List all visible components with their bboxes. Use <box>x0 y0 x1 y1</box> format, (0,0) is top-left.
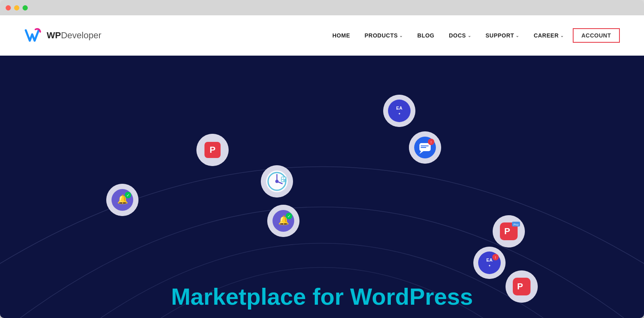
plugin-icon-notifyme-left: 🔔 ✓ <box>106 184 138 216</box>
svg-text:✦: ✦ <box>398 112 401 116</box>
svg-rect-20 <box>284 177 285 179</box>
svg-text:!: ! <box>495 256 496 260</box>
nav-account[interactable]: ACCOUNT <box>573 28 620 43</box>
chevron-down-icon: ⌄ <box>516 33 519 38</box>
headline-plain: Marketplace for <box>171 283 350 310</box>
svg-text:EA: EA <box>486 258 492 262</box>
nav-support[interactable]: SUPPORT ⌄ <box>480 29 525 42</box>
logo-icon <box>24 26 43 45</box>
navbar: WPDeveloper HOME PRODUCTS ⌄ BLOG DOCS ⌄ … <box>0 15 644 56</box>
plugin-icon-chat: ! <box>409 131 441 164</box>
svg-text:!: ! <box>431 140 432 144</box>
minimize-button[interactable] <box>14 5 19 10</box>
svg-rect-18 <box>281 177 287 182</box>
svg-text:P: P <box>517 281 523 291</box>
logo[interactable]: WPDeveloper <box>24 26 101 45</box>
headline-colored: WordPress <box>350 283 473 310</box>
svg-text:EA: EA <box>396 106 402 110</box>
svg-text:✓: ✓ <box>287 214 291 218</box>
svg-rect-25 <box>421 145 429 146</box>
nav-home[interactable]: HOME <box>327 29 356 42</box>
plugin-icon-ppress: P <box>196 134 229 166</box>
chevron-down-icon: ⌄ <box>468 33 471 38</box>
maximize-button[interactable] <box>23 5 28 10</box>
title-bar <box>0 0 644 15</box>
svg-text:✓: ✓ <box>126 193 130 197</box>
chevron-down-icon: ⌄ <box>399 33 403 38</box>
plugin-icon-ppress-pro: P Pro <box>493 215 525 247</box>
svg-rect-21 <box>282 180 283 181</box>
plugin-icon-scheduler <box>261 165 293 197</box>
close-button[interactable] <box>6 5 11 10</box>
nav-career[interactable]: CAREER ⌄ <box>528 29 570 42</box>
plugin-icon-ea-top: EA ✦ <box>383 95 415 127</box>
chevron-down-icon: ⌄ <box>560 33 564 38</box>
nav-products[interactable]: PRODUCTS ⌄ <box>359 29 409 42</box>
svg-text:✦: ✦ <box>488 264 491 268</box>
window: WPDeveloper HOME PRODUCTS ⌄ BLOG DOCS ⌄ … <box>0 0 644 318</box>
svg-rect-19 <box>282 177 283 179</box>
nav-links: HOME PRODUCTS ⌄ BLOG DOCS ⌄ SUPPORT ⌄ CA… <box>327 28 620 43</box>
nav-blog[interactable]: BLOG <box>412 29 440 42</box>
hero-section: P EA ✦ 🔔 ✓ <box>0 56 644 318</box>
plugin-icon-notifyme-center: 🔔 ✓ <box>267 205 299 237</box>
plugin-icon-ppress-bottom: P <box>506 270 538 303</box>
nav-docs[interactable]: DOCS ⌄ <box>443 29 477 42</box>
svg-point-4 <box>388 100 411 122</box>
hero-headline: Marketplace for WordPress <box>171 283 473 310</box>
logo-text: WPDeveloper <box>47 30 101 41</box>
svg-text:Pro: Pro <box>514 223 519 227</box>
svg-text:P: P <box>210 145 216 155</box>
svg-text:P: P <box>504 226 510 236</box>
svg-rect-26 <box>421 147 426 148</box>
plugin-icon-ea-lower: EA ✦ ! <box>473 247 506 279</box>
arc-decorations <box>0 56 644 318</box>
